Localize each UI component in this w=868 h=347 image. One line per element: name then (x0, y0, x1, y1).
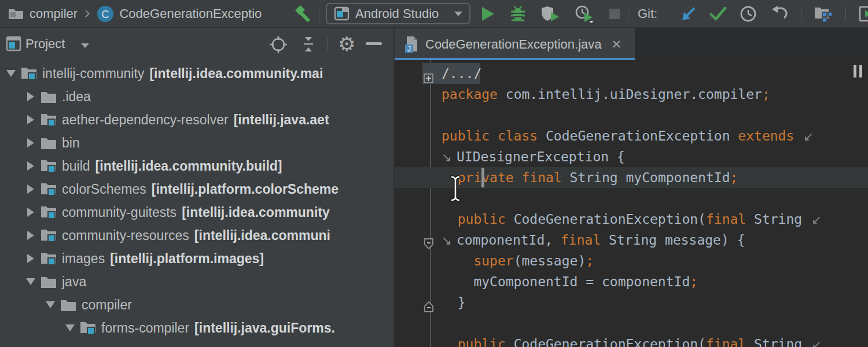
code-keyword: extends (738, 128, 794, 143)
tree-item-forms-compiler[interactable]: forms-compiler[intellij.java.guiForms. (0, 316, 393, 339)
code-text: CodeGenerationException( (514, 337, 706, 347)
run-tool-window-icon[interactable] (859, 6, 868, 22)
folder-icon (41, 136, 58, 150)
chevron-expanded-icon[interactable] (24, 278, 37, 285)
history-clock-icon[interactable] (740, 5, 757, 23)
build-hammer-icon[interactable] (294, 0, 312, 27)
code-line[interactable]: /.../ (395, 63, 868, 84)
project-structure-icon[interactable] (814, 5, 833, 23)
tree-item-community-guitests[interactable]: community-guitests[intellij.idea.communi… (0, 201, 393, 224)
project-tool-window: Project ⚙ intellij-community[intel (0, 28, 395, 347)
tree-item-label: colorSchemes (62, 182, 146, 197)
folder-icon (41, 90, 58, 104)
run-button[interactable] (480, 6, 495, 22)
chevron-expanded-icon[interactable] (5, 70, 17, 77)
tree-item-images[interactable]: images[intellij.platform.images] (0, 247, 393, 270)
code-line[interactable]: private final String myComponentId; (395, 167, 868, 188)
tree-item-partial[interactable] (0, 339, 393, 347)
git-update-icon[interactable] (681, 6, 697, 22)
tree-item-module-name: [intellij.java.aet (234, 112, 329, 128)
tree-item-bin[interactable]: bin (0, 131, 393, 154)
tree-item-build[interactable]: build[intellij.idea.community.build] (0, 154, 393, 178)
tree-item-colorSchemes[interactable]: colorSchemes[intellij.platform.colorSche… (0, 178, 393, 201)
chevron-down-icon[interactable] (81, 43, 89, 48)
editor-region: J CodeGenerationException.java ✕ /.../pa… (395, 28, 868, 347)
run-config-app-icon (334, 6, 350, 21)
locate-file-icon[interactable] (270, 36, 287, 53)
chevron-collapsed-icon[interactable] (24, 254, 37, 263)
chevron-collapsed-icon[interactable] (24, 161, 37, 171)
code-line[interactable]: ↘UIDesignerException { (395, 146, 868, 167)
code-keyword: super (442, 253, 514, 268)
code-keyword: final (561, 232, 609, 248)
code-keyword: final (706, 337, 754, 347)
code-text: String (754, 212, 802, 227)
run-with-coverage-button[interactable] (540, 5, 560, 23)
chevron-collapsed-icon[interactable] (24, 231, 37, 240)
code-line[interactable] (395, 105, 868, 125)
code-line[interactable]: myComponentId = componentId; (395, 271, 868, 292)
code-keyword: package (442, 87, 506, 102)
chevron-collapsed-icon[interactable] (24, 92, 37, 101)
git-label: Git: (638, 6, 657, 21)
code-text: (message) (514, 253, 586, 268)
code-line[interactable]: public CodeGenerationException(final Str… (395, 209, 868, 230)
folder-icon (60, 298, 78, 312)
chevron-collapsed-icon[interactable] (24, 138, 37, 147)
code-line[interactable]: ↘componentId, final String message) { (395, 230, 868, 250)
code-editor[interactable]: /.../package com.intellij.uiDesigner.com… (395, 60, 868, 347)
stop-button-disabled (609, 8, 620, 20)
pause-indicator-icon (854, 65, 862, 77)
tree-item-.idea[interactable]: .idea (0, 85, 393, 108)
debug-button[interactable] (509, 5, 527, 23)
class-icon: C (97, 5, 114, 23)
breadcrumb-folder[interactable]: compiler (30, 6, 78, 21)
module-folder-icon (41, 112, 58, 127)
soft-wrap-icon: ↙ (803, 130, 814, 143)
tree-item-aether-dependency-resolver[interactable]: aether-dependency-resolver[intellij.java… (0, 108, 393, 131)
rollback-undo-icon[interactable] (770, 5, 788, 23)
toolbar-separator (628, 6, 628, 21)
code-line[interactable] (395, 313, 868, 334)
settings-gear-icon[interactable]: ⚙ (338, 34, 355, 54)
tree-item-module-name: [intellij.platform.colorScheme (152, 182, 339, 197)
module-folder-icon (41, 228, 58, 243)
code-line[interactable]: public class CodeGenerationException ext… (395, 125, 868, 146)
code-keyword: public class (442, 128, 546, 143)
java-file-icon: J (404, 36, 419, 53)
tree-item-community-resources[interactable]: community-resources[intellij.idea.commun… (0, 224, 393, 247)
soft-wrap-icon: ↙ (811, 338, 822, 347)
collapse-all-icon[interactable] (300, 36, 317, 53)
chevron-down-icon (454, 12, 462, 16)
tree-item-label: intellij-community (42, 66, 144, 82)
code-line[interactable]: super(message); (395, 250, 868, 271)
run-configuration-select[interactable]: Android Studio (326, 3, 470, 24)
chevron-expanded-icon[interactable] (64, 324, 76, 331)
code-line[interactable] (395, 188, 868, 209)
chevron-collapsed-icon[interactable] (24, 184, 37, 194)
tree-item-intellij-community[interactable]: intellij-community[intellij.idea.communi… (0, 62, 393, 85)
git-commit-check-icon[interactable] (709, 6, 727, 21)
code-line[interactable]: public CodeGenerationException(final Str… (395, 334, 868, 347)
code-text: componentId, (457, 232, 561, 248)
chevron-collapsed-icon[interactable] (24, 115, 37, 124)
code-line[interactable]: } (395, 292, 868, 313)
tree-item-java[interactable]: java (0, 270, 393, 293)
module-folder-icon (41, 205, 58, 220)
tree-item-label: aether-dependency-resolver (62, 112, 229, 128)
breadcrumb-class[interactable]: CodeGenerationExceptio (119, 6, 262, 21)
chevron-expanded-icon[interactable] (44, 301, 57, 308)
tab-code-generation-exception[interactable]: J CodeGenerationException.java ✕ (395, 28, 635, 60)
tree-item-compiler[interactable]: compiler (0, 293, 393, 316)
chevron-collapsed-icon[interactable] (24, 208, 37, 217)
hide-panel-icon[interactable] (366, 42, 382, 46)
project-panel-title[interactable]: Project (25, 36, 65, 51)
module-folder-icon (41, 158, 58, 174)
module-folder-icon (21, 66, 38, 81)
tree-item-label: build (62, 158, 90, 174)
project-panel-header: Project ⚙ (0, 28, 393, 60)
tab-close-icon[interactable]: ✕ (612, 38, 622, 51)
code-line[interactable]: package com.intellij.uiDesigner.compiler… (395, 84, 868, 105)
profile-button[interactable] (574, 5, 595, 23)
breadcrumb-separator: › (84, 3, 90, 22)
